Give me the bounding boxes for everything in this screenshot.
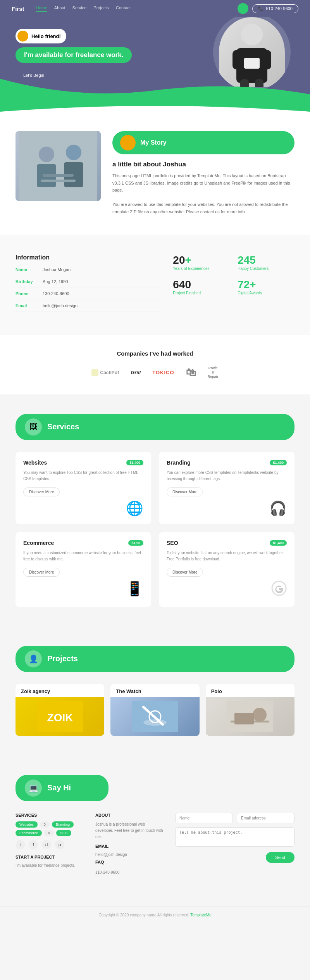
service-title-ecommerce: Ecommerce [23,540,54,546]
info-left: Information Name Joshua Mogan Birthday A… [16,254,161,315]
hero-tagline: I'm available for freelance work. [16,47,132,63]
projects-icon: 👤 [29,654,38,664]
svg-text:ZOIK: ZOIK [47,712,73,724]
send-button[interactable]: Send [266,852,294,863]
service-title-seo: SEO [167,540,178,546]
about-text-1: This one-page HTML portfolio is provided… [112,172,294,194]
info-title: Information [16,254,161,261]
footer-services-title: SERVICES [16,813,84,818]
service-card-header-ecommerce: Ecommerce $1,90 [23,540,143,546]
info-row-birthday: Birthday Aug 12, 1990 [16,279,161,287]
services-header-icon: 🖼 [25,418,42,436]
companies-logos: CachPot Grill TOKICO 🛍 Profit&Repair [16,366,294,379]
svg-rect-13 [41,180,76,182]
projects-header-icon: 👤 [25,650,42,667]
svg-point-10 [66,145,81,160]
stat-number-awards: 72+ [238,278,294,291]
info-label-email: Email [16,303,43,308]
footer-badge-ecommerce[interactable]: Ecommerce [16,830,42,836]
info-section: Information Name Joshua Mogan Birthday A… [0,235,310,335]
svg-rect-12 [43,174,74,177]
svg-rect-7 [19,131,97,201]
sayhi-title: Say Hi [47,783,71,792]
nav-link-projects[interactable]: Projects [93,5,109,12]
svg-rect-24 [234,713,254,724]
service-card-branding: Branding $1,400 You can explore more CSS… [159,452,294,524]
nav-link-contact[interactable]: Contact [116,5,131,12]
footer-col-about: ABOUT Joshua is a professional web devel… [95,813,164,875]
shopify-icon: 🛍 [186,366,196,379]
footer-badge-seo[interactable]: SEO [56,830,71,836]
service-card-header-websites: Websites $1,400 [23,460,143,466]
footer-contact-form [175,813,294,847]
info-label-birthday: Birthday [16,279,43,284]
info-row-phone: Phone 130-240-9600 [16,291,161,299]
discover-button-websites[interactable]: Discover More [23,487,60,496]
info-label-phone: Phone [16,291,43,296]
companies-title: Companies I've had worked [16,350,294,357]
info-value-name: Joshua Mogan [43,267,71,272]
footer-badge-count-1: 0 [40,821,50,828]
service-card-seo: SEO $1,400 To list your website first on… [159,532,294,607]
services-icon: 🖼 [29,422,37,431]
hero-greeting-badge: Hello friend! [16,29,66,43]
discover-button-ecommerce[interactable]: Discover More [23,568,60,577]
service-title-branding: Branding [167,460,190,466]
hero-avatar [17,31,28,41]
hero-cta-button[interactable]: Let's Begin [16,70,52,81]
tokico-label: TOKICO [152,370,174,375]
footer-bottom: Copyright © 2020 company name All rights… [0,906,310,917]
pinterest-icon[interactable]: p [55,840,64,849]
nav-link-about[interactable]: About [54,5,65,12]
info-row-email: Email hello@josh.design [16,303,161,311]
footer-about-title: ABOUT [95,813,164,818]
footer-badge-websites[interactable]: Websites [16,821,38,828]
stat-label-customers: Happy Customers [238,266,294,271]
company-shopify: 🛍 [186,366,196,379]
footer-faq-phone: 110-240-9600 [95,870,119,875]
phone-icon: 📞 [258,6,264,11]
footer-badge-count-2: 0 [44,830,54,836]
twitter-icon[interactable]: t [16,840,25,849]
credit-link[interactable]: TemplateMo [190,913,211,917]
projects-section: 👤 Projects Zoik agency ZOIK The Watch [0,626,310,755]
nav-link-service[interactable]: Service [72,5,87,12]
about-avatar [120,135,136,150]
sayhi-icon-symbol: 💻 [29,783,38,793]
service-card-ecommerce: Ecommerce $1,90 If you need a customized… [16,532,151,607]
footer-grid: SERVICES Websites 0 Branding Ecommerce 0… [16,813,294,875]
stat-number-experiences: 20+ [173,254,230,266]
stat-experiences: 20+ Years of Experiences [173,254,230,271]
footer-badge-branding[interactable]: Branding [52,821,74,828]
footer-email[interactable]: hello@josh.design [95,852,164,857]
contact-message-textarea[interactable] [175,827,294,847]
info-value-email: hello@josh.design [43,303,78,308]
dribbble-icon[interactable]: d [42,840,51,849]
discover-button-branding[interactable]: Discover More [167,487,203,496]
company-tokico: TOKICO [152,370,174,375]
sayhi-header: 💻 Say Hi [16,775,108,801]
service-text-websites: You may want to explore Too CSS for grea… [23,470,143,482]
project-title-zoik: Zoik agency [16,684,104,697]
navbar: First Home About Service Projects Contac… [0,0,310,17]
company-profit: Profit&Repair [208,366,219,379]
facebook-icon[interactable]: f [29,840,38,849]
stat-label-awards: Digital Awards [238,291,294,295]
grill-label: Grill [131,370,141,375]
nav-logo: First [12,5,24,12]
footer-faq-title: FAQ [95,860,164,864]
service-text-branding: You can explore more CSS templates on Te… [167,470,287,482]
about-section-title: My Story [140,139,167,146]
contact-email-input[interactable] [237,813,294,823]
discover-button-seo[interactable]: Discover More [167,568,203,577]
sayhi-icon: 💻 [25,780,42,797]
nav-link-home[interactable]: Home [36,5,47,12]
stat-number-customers: 245 [238,254,294,266]
service-icon-branding: 🎧 [167,500,287,517]
footer-start-project-title: START A PROJECT [16,855,84,859]
projects-header: 👤 Projects [16,646,294,672]
contact-name-input[interactable] [175,813,233,823]
about-title: a little bit about Joshua [112,161,294,168]
nav-phone-button[interactable]: 📞 510-240-9600 [252,4,298,13]
stat-label-experiences: Years of Experiences [173,266,230,271]
